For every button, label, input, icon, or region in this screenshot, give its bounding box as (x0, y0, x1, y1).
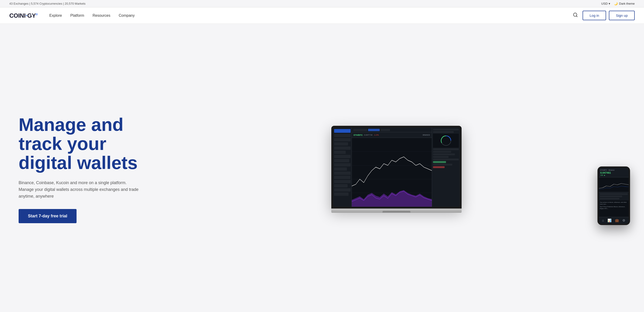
phone-screen: ETH/BTC · Binance 0.047461 1W ▲ You (599, 168, 629, 224)
chevron-down-icon: ▾ (609, 2, 610, 5)
dark-theme-label: Dark theme (619, 2, 635, 5)
nav-resources[interactable]: Resources (92, 13, 110, 18)
laptop-screen: ETH/BTC 0.0477 54 -1.2% BINANCE (333, 128, 460, 207)
logo-dot-icon: · (26, 12, 27, 19)
laptop-mockup: ETH/BTC 0.0477 54 -1.2% BINANCE (331, 126, 462, 213)
logo-text: COINI·GY® (9, 12, 38, 19)
svg-marker-6 (352, 190, 432, 207)
phone-header: ETH/BTC · Binance 0.047461 1W ▲ (599, 168, 629, 177)
phone-chart-area (599, 177, 629, 192)
login-button[interactable]: Log in (582, 11, 606, 20)
navbar: COINI·GY® Explore Platform Resources Com… (0, 7, 644, 24)
nav-explore[interactable]: Explore (49, 13, 62, 18)
screen-chart-area (352, 138, 432, 207)
navbar-left: COINI·GY® Explore Platform Resources Com… (9, 12, 135, 19)
phone-price: 0.047461 (600, 171, 627, 174)
laptop-base (331, 209, 462, 213)
svg-line-1 (576, 16, 578, 17)
hero-section: Manage and track your digital wallets Bi… (0, 24, 644, 310)
currency-label: USD (601, 2, 608, 5)
nav-platform[interactable]: Platform (70, 13, 84, 18)
screen-right-panel (432, 128, 460, 207)
screen-content: ETH/BTC 0.0477 54 -1.2% BINANCE (333, 128, 460, 207)
nav-company[interactable]: Company (119, 13, 134, 18)
currency-selector[interactable]: USD ▾ (601, 2, 610, 5)
exchange-stats: 43 Exchanges | 5,574 Cryptocurrencies | … (9, 2, 86, 5)
moon-icon: 🌙 (614, 2, 618, 5)
screen-chart-main: ETH/BTC 0.0477 54 -1.2% BINANCE (352, 128, 432, 207)
laptop-screen-outer: ETH/BTC 0.0477 54 -1.2% BINANCE (331, 126, 462, 209)
screen-sidebar (333, 128, 352, 207)
logo-text-part2: GY (27, 12, 36, 19)
navbar-right: Log in Sign up (571, 11, 635, 20)
top-bar: 43 Exchanges | 5,574 Cryptocurrencies | … (0, 0, 644, 7)
nav-links: Explore Platform Resources Company (49, 13, 135, 18)
logo[interactable]: COINI·GY® (9, 12, 38, 19)
logo-trademark: ® (36, 13, 38, 16)
hero-subtitle: Binance, Coinbase, Kucoin and more on a … (18, 180, 140, 200)
logo-text-part1: COINI (9, 12, 26, 19)
search-button[interactable] (571, 11, 580, 19)
dark-theme-toggle[interactable]: 🌙 Dark theme (614, 2, 635, 5)
phone-mockup: ETH/BTC · Binance 0.047461 1W ▲ You (598, 166, 630, 225)
hero-left: Manage and track your digital wallets Bi… (18, 115, 158, 223)
hero-right: ETH/BTC 0.0477 54 -1.2% BINANCE (158, 109, 635, 230)
top-bar-stats: 43 Exchanges | 5,574 Cryptocurrencies | … (9, 2, 86, 5)
hero-title: Manage and track your digital wallets (18, 115, 158, 173)
cta-button[interactable]: Start 7-day free trial (18, 209, 76, 223)
search-icon (573, 13, 578, 18)
signup-button[interactable]: Sign up (609, 11, 635, 20)
top-bar-controls: USD ▾ 🌙 Dark theme (601, 2, 635, 5)
screen-topbar (352, 128, 432, 132)
